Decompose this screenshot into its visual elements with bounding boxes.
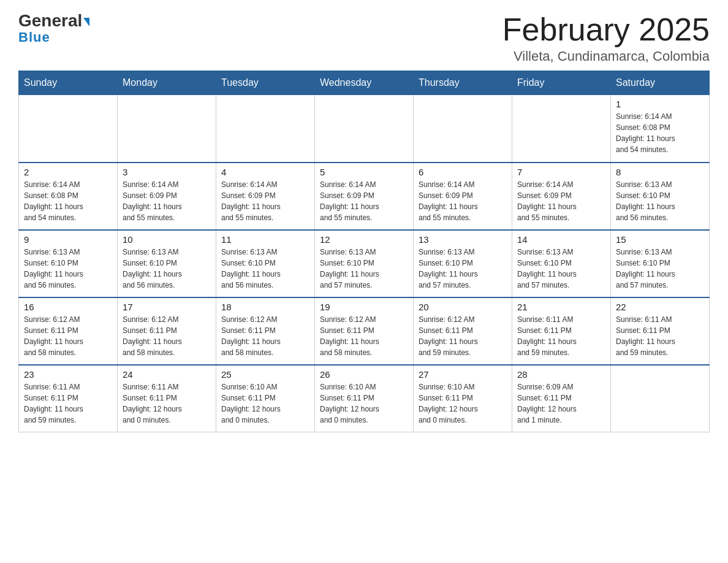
day-info: Sunrise: 6:14 AMSunset: 6:09 PMDaylight:… (517, 179, 605, 223)
day-number: 4 (221, 167, 309, 177)
calendar-cell (19, 95, 118, 163)
day-number: 20 (419, 302, 507, 312)
day-info: Sunrise: 6:10 AMSunset: 6:11 PMDaylight:… (221, 381, 309, 426)
day-number: 9 (24, 234, 112, 245)
day-number: 7 (517, 167, 605, 177)
calendar-cell: 22Sunrise: 6:11 AMSunset: 6:11 PMDayligh… (611, 297, 710, 365)
weekday-header-tuesday: Tuesday (216, 71, 315, 95)
week-row-2: 2Sunrise: 6:14 AMSunset: 6:08 PMDaylight… (19, 163, 710, 230)
day-number: 18 (221, 302, 309, 312)
day-info: Sunrise: 6:10 AMSunset: 6:11 PMDaylight:… (320, 381, 408, 426)
month-title: February 2025 (502, 12, 710, 47)
day-number: 1 (616, 99, 704, 109)
calendar-cell (315, 95, 414, 163)
day-info: Sunrise: 6:14 AMSunset: 6:08 PMDaylight:… (24, 179, 112, 223)
week-row-5: 23Sunrise: 6:11 AMSunset: 6:11 PMDayligh… (19, 365, 710, 432)
week-row-4: 16Sunrise: 6:12 AMSunset: 6:11 PMDayligh… (19, 297, 710, 365)
day-info: Sunrise: 6:12 AMSunset: 6:11 PMDaylight:… (419, 314, 507, 358)
calendar-cell: 26Sunrise: 6:10 AMSunset: 6:11 PMDayligh… (315, 365, 414, 432)
day-number: 8 (616, 167, 704, 177)
weekday-header-sunday: Sunday (19, 71, 118, 95)
day-number: 28 (517, 369, 605, 380)
day-number: 19 (320, 302, 408, 312)
calendar-cell: 20Sunrise: 6:12 AMSunset: 6:11 PMDayligh… (414, 297, 512, 365)
calendar-cell: 3Sunrise: 6:14 AMSunset: 6:09 PMDaylight… (118, 163, 216, 230)
day-info: Sunrise: 6:11 AMSunset: 6:11 PMDaylight:… (517, 314, 605, 358)
day-number: 25 (221, 369, 309, 380)
calendar-cell: 25Sunrise: 6:10 AMSunset: 6:11 PMDayligh… (216, 365, 315, 432)
calendar-table: SundayMondayTuesdayWednesdayThursdayFrid… (18, 71, 710, 432)
day-info: Sunrise: 6:14 AMSunset: 6:09 PMDaylight:… (419, 179, 507, 223)
calendar-cell: 7Sunrise: 6:14 AMSunset: 6:09 PMDaylight… (512, 163, 611, 230)
day-info: Sunrise: 6:13 AMSunset: 6:10 PMDaylight:… (419, 247, 507, 291)
week-row-1: 1Sunrise: 6:14 AMSunset: 6:08 PMDaylight… (19, 95, 710, 163)
day-info: Sunrise: 6:14 AMSunset: 6:08 PMDaylight:… (616, 111, 704, 155)
day-info: Sunrise: 6:13 AMSunset: 6:10 PMDaylight:… (24, 247, 112, 291)
weekday-header-thursday: Thursday (414, 71, 512, 95)
day-number: 21 (517, 302, 605, 312)
day-info: Sunrise: 6:14 AMSunset: 6:09 PMDaylight:… (123, 179, 211, 223)
calendar-cell: 17Sunrise: 6:12 AMSunset: 6:11 PMDayligh… (118, 297, 216, 365)
day-number: 22 (616, 302, 704, 312)
calendar-cell: 15Sunrise: 6:13 AMSunset: 6:10 PMDayligh… (611, 230, 710, 297)
day-info: Sunrise: 6:12 AMSunset: 6:11 PMDaylight:… (221, 314, 309, 358)
weekday-header-wednesday: Wednesday (315, 71, 414, 95)
day-info: Sunrise: 6:12 AMSunset: 6:11 PMDaylight:… (24, 314, 112, 358)
day-info: Sunrise: 6:13 AMSunset: 6:10 PMDaylight:… (221, 247, 309, 291)
day-info: Sunrise: 6:10 AMSunset: 6:11 PMDaylight:… (419, 381, 507, 426)
day-number: 15 (616, 234, 704, 245)
day-info: Sunrise: 6:12 AMSunset: 6:11 PMDaylight:… (320, 314, 408, 358)
calendar-cell: 10Sunrise: 6:13 AMSunset: 6:10 PMDayligh… (118, 230, 216, 297)
day-number: 10 (123, 234, 211, 245)
calendar-cell: 11Sunrise: 6:13 AMSunset: 6:10 PMDayligh… (216, 230, 315, 297)
logo: General Blue (18, 12, 89, 45)
calendar-cell: 6Sunrise: 6:14 AMSunset: 6:09 PMDaylight… (414, 163, 512, 230)
calendar-cell: 24Sunrise: 6:11 AMSunset: 6:11 PMDayligh… (118, 365, 216, 432)
day-number: 26 (320, 369, 408, 380)
day-number: 3 (123, 167, 211, 177)
calendar-cell (512, 95, 611, 163)
calendar-cell: 8Sunrise: 6:13 AMSunset: 6:10 PMDaylight… (611, 163, 710, 230)
day-number: 27 (419, 369, 507, 380)
header: General Blue February 2025 Villeta, Cund… (18, 12, 710, 64)
weekday-header-saturday: Saturday (611, 71, 710, 95)
week-row-3: 9Sunrise: 6:13 AMSunset: 6:10 PMDaylight… (19, 230, 710, 297)
day-info: Sunrise: 6:11 AMSunset: 6:11 PMDaylight:… (24, 381, 112, 426)
day-info: Sunrise: 6:11 AMSunset: 6:11 PMDaylight:… (123, 381, 211, 426)
day-number: 24 (123, 369, 211, 380)
calendar-cell (611, 365, 710, 432)
day-number: 6 (419, 167, 507, 177)
calendar-cell: 28Sunrise: 6:09 AMSunset: 6:11 PMDayligh… (512, 365, 611, 432)
day-number: 13 (419, 234, 507, 245)
day-number: 5 (320, 167, 408, 177)
day-info: Sunrise: 6:13 AMSunset: 6:10 PMDaylight:… (517, 247, 605, 291)
calendar-cell: 2Sunrise: 6:14 AMSunset: 6:08 PMDaylight… (19, 163, 118, 230)
day-info: Sunrise: 6:11 AMSunset: 6:11 PMDaylight:… (616, 314, 704, 358)
day-number: 11 (221, 234, 309, 245)
calendar-cell: 19Sunrise: 6:12 AMSunset: 6:11 PMDayligh… (315, 297, 414, 365)
calendar-cell: 18Sunrise: 6:12 AMSunset: 6:11 PMDayligh… (216, 297, 315, 365)
calendar-cell (414, 95, 512, 163)
calendar-cell: 16Sunrise: 6:12 AMSunset: 6:11 PMDayligh… (19, 297, 118, 365)
day-number: 17 (123, 302, 211, 312)
day-info: Sunrise: 6:13 AMSunset: 6:10 PMDaylight:… (320, 247, 408, 291)
logo-general-text: General (18, 12, 89, 29)
calendar-cell: 5Sunrise: 6:14 AMSunset: 6:09 PMDaylight… (315, 163, 414, 230)
day-info: Sunrise: 6:13 AMSunset: 6:10 PMDaylight:… (616, 247, 704, 291)
logo-blue-text: Blue (18, 29, 50, 45)
day-number: 12 (320, 234, 408, 245)
title-area: February 2025 Villeta, Cundinamarca, Col… (502, 12, 710, 64)
calendar-cell: 13Sunrise: 6:13 AMSunset: 6:10 PMDayligh… (414, 230, 512, 297)
location-title: Villeta, Cundinamarca, Colombia (502, 48, 710, 64)
calendar-cell: 21Sunrise: 6:11 AMSunset: 6:11 PMDayligh… (512, 297, 611, 365)
calendar-cell: 9Sunrise: 6:13 AMSunset: 6:10 PMDaylight… (19, 230, 118, 297)
day-info: Sunrise: 6:14 AMSunset: 6:09 PMDaylight:… (320, 179, 408, 223)
day-number: 2 (24, 167, 112, 177)
weekday-header-row: SundayMondayTuesdayWednesdayThursdayFrid… (19, 71, 710, 95)
calendar-cell: 23Sunrise: 6:11 AMSunset: 6:11 PMDayligh… (19, 365, 118, 432)
weekday-header-monday: Monday (118, 71, 216, 95)
day-info: Sunrise: 6:13 AMSunset: 6:10 PMDaylight:… (616, 179, 704, 223)
weekday-header-friday: Friday (512, 71, 611, 95)
day-info: Sunrise: 6:13 AMSunset: 6:10 PMDaylight:… (123, 247, 211, 291)
calendar-cell (118, 95, 216, 163)
